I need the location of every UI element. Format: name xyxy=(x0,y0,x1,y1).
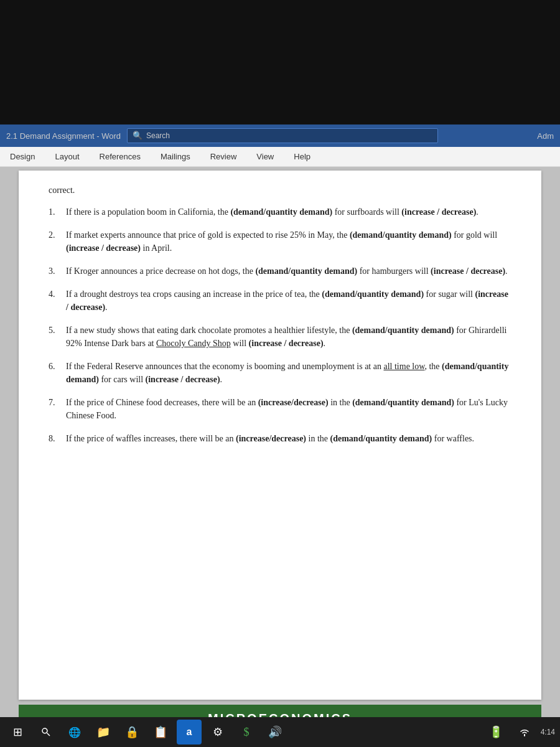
edge-button[interactable]: 🌐 xyxy=(62,720,87,745)
menu-mailings[interactable]: Mailings xyxy=(157,149,194,164)
lock-button[interactable]: 🔒 xyxy=(119,720,144,745)
q7-text: If the price of Chinese food decreases, … xyxy=(66,396,511,422)
file-explorer-button[interactable]: 📁 xyxy=(91,720,116,745)
q6-bold2: (increase / decrease) xyxy=(146,375,220,384)
q3-bold1: (demand/quantity demand) xyxy=(255,266,357,276)
taskbar: ⊞ 🌐 📁 🔒 📋 a ⚙ $ 🔊 🔋 4:14 xyxy=(0,717,560,747)
question-list: 1. If there is a population boom in Cali… xyxy=(49,205,511,445)
q3-bold2: (increase / decrease) xyxy=(431,266,505,276)
q8-number: 8. xyxy=(49,432,66,445)
title-bar: 2.1 Demand Assignment - Word 🔍 Search Ad… xyxy=(0,125,560,147)
gear-icon[interactable]: ⚙ xyxy=(205,720,230,745)
q1-bold2: (increase / decrease) xyxy=(401,207,476,217)
menu-view[interactable]: View xyxy=(253,149,278,164)
question-7: 7. If the price of Chinese food decrease… xyxy=(49,396,511,422)
q7-bold1: (increase/decrease) xyxy=(258,398,329,407)
a-button[interactable]: a xyxy=(177,720,202,745)
q5-text: If a new study shows that eating dark ch… xyxy=(66,324,511,350)
q1-bold1: (demand/quantity demand) xyxy=(230,207,332,217)
sound-button[interactable]: 🔊 xyxy=(263,720,287,745)
battery-icon[interactable]: 🔋 xyxy=(483,720,508,745)
correct-line: correct. xyxy=(49,186,511,195)
document-title: 2.1 Demand Assignment - Word xyxy=(6,131,121,141)
menu-help[interactable]: Help xyxy=(290,149,314,164)
q8-bold2: (demand/quantity demand) xyxy=(330,434,432,443)
svg-line-1 xyxy=(47,733,50,736)
menu-review[interactable]: Review xyxy=(207,149,241,164)
q4-number: 4. xyxy=(49,288,66,314)
question-5: 5. If a new study shows that eating dark… xyxy=(49,324,511,350)
dollar-button[interactable]: $ xyxy=(234,720,259,745)
search-placeholder: Search xyxy=(146,131,170,140)
title-bar-right: Adm xyxy=(537,131,554,141)
q6-text: If the Federal Reserve announces that th… xyxy=(66,360,511,386)
q5-bold2: (increase / decrease) xyxy=(249,339,324,348)
search-box[interactable]: 🔍 Search xyxy=(127,128,438,143)
q2-bold2: (increase / decrease) xyxy=(66,243,141,253)
question-2: 2. If market experts announce that price… xyxy=(49,228,511,255)
q8-bold1: (increase/decrease) xyxy=(236,434,306,443)
question-6: 6. If the Federal Reserve announces that… xyxy=(49,360,511,386)
q6-bold1: (demand/quantity demand) xyxy=(66,362,508,384)
q4-bold2: (increase / decrease) xyxy=(66,289,508,312)
top-dark-area xyxy=(0,0,560,125)
taskbar-time: 4:14 xyxy=(541,728,555,736)
q7-number: 7. xyxy=(49,396,66,422)
question-4: 4. If a drought destroys tea crops causi… xyxy=(49,288,511,314)
q5-bold1: (demand/quantity demand) xyxy=(352,326,454,335)
q1-number: 1. xyxy=(49,205,66,218)
q2-bold1: (demand/quantity demand) xyxy=(350,230,452,240)
menu-bar: Design Layout References Mailings Review… xyxy=(0,147,560,167)
clipboard-button[interactable]: 📋 xyxy=(148,720,173,745)
q3-number: 3. xyxy=(49,265,66,278)
wifi-icon[interactable] xyxy=(512,720,537,745)
question-1: 1. If there is a population boom in Cali… xyxy=(49,205,511,218)
menu-design[interactable]: Design xyxy=(6,149,39,164)
taskbar-right: 🔋 4:14 xyxy=(483,720,555,745)
q1-text: If there is a population boom in Califor… xyxy=(66,205,511,218)
menu-layout[interactable]: Layout xyxy=(51,149,83,164)
document-wrapper: correct. 1. If there is a population boo… xyxy=(0,167,560,747)
q5-underline: Chocoly Candy Shop xyxy=(156,339,231,348)
svg-point-0 xyxy=(42,728,47,733)
q6-underline: all time low xyxy=(383,362,424,371)
question-3: 3. If Kroger announces a price decrease … xyxy=(49,265,511,278)
search-icon: 🔍 xyxy=(133,131,142,141)
q4-text: If a drought destroys tea crops causing … xyxy=(66,288,511,314)
menu-references[interactable]: References xyxy=(96,149,144,164)
q8-text: If the price of waffles increases, there… xyxy=(66,432,511,445)
start-button[interactable]: ⊞ xyxy=(5,720,30,745)
q4-bold1: (demand/quantity demand) xyxy=(322,289,424,299)
search-taskbar-button[interactable] xyxy=(34,720,58,745)
q7-bold2: (demand/quantity demand) xyxy=(352,398,454,407)
q3-text: If Kroger announces a price decrease on … xyxy=(66,265,511,278)
document-page: correct. 1. If there is a population boo… xyxy=(19,171,541,700)
time-display: 4:14 xyxy=(541,728,555,736)
question-8: 8. If the price of waffles increases, th… xyxy=(49,432,511,445)
q6-number: 6. xyxy=(49,360,66,386)
q2-number: 2. xyxy=(49,228,66,255)
q2-text: If market experts announce that price of… xyxy=(66,228,511,255)
q5-number: 5. xyxy=(49,324,66,350)
